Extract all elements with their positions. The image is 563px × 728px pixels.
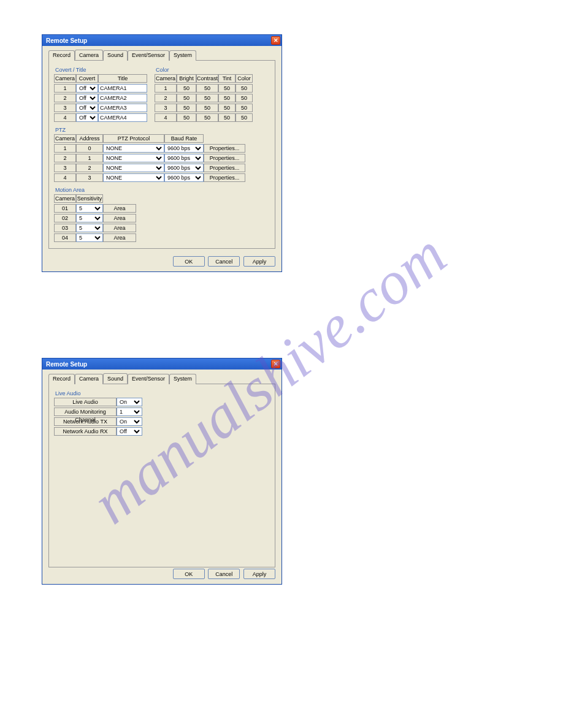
tab-record[interactable]: Record [48, 374, 75, 384]
readonly-cell: 3 [54, 104, 76, 112]
tab-sound[interactable]: Sound [103, 373, 128, 384]
select-input[interactable]: 5 [76, 233, 103, 242]
dialog-footer: OK Cancel Apply [42, 252, 282, 271]
readonly-cell: 1 [54, 144, 76, 153]
column-header: Camera [54, 74, 76, 83]
table-row: 10NONE9600 bpsProperties... [54, 144, 245, 153]
ptz-table: CameraAddressPTZ ProtocolBaud Rate10NONE… [54, 134, 245, 182]
readonly-cell: 04 [54, 233, 76, 242]
column-header: Camera [54, 134, 76, 143]
apply-button[interactable]: Apply [243, 256, 275, 267]
select-input[interactable]: 9600 bps [164, 173, 204, 182]
section-covert-title: Covert / Title [55, 67, 147, 73]
select-input[interactable]: NONE [103, 144, 164, 153]
readonly-cell: 2 [76, 164, 103, 172]
text-input[interactable] [98, 94, 147, 102]
table-row: 450505050 [155, 113, 253, 122]
readonly-cell: 50 [177, 104, 196, 112]
table-row: 035Area [54, 224, 136, 232]
readonly-cell: 02 [54, 214, 76, 222]
select-input[interactable]: Off [76, 84, 98, 93]
tab-panel-sound: Live Audio Live AudioOnAudio Monitoring … [48, 384, 275, 567]
readonly-cell: 50 [236, 94, 253, 102]
select-input[interactable]: Off [76, 104, 98, 112]
close-icon[interactable]: ✕ [271, 36, 280, 45]
motion-area-table: CameraSensitivity015Area025Area035Area04… [54, 194, 136, 242]
table-row: 150505050 [155, 84, 253, 93]
table-row: 21NONE9600 bpsProperties... [54, 154, 245, 162]
tab-system[interactable]: System [169, 374, 196, 384]
table-row: 045Area [54, 233, 136, 242]
column-header: Covert [76, 74, 98, 83]
table-row: Network Audio RXOff [54, 427, 142, 436]
color-table: CameraBrightContrastTintColor15050505025… [155, 74, 253, 122]
ok-button[interactable]: OK [173, 256, 205, 267]
readonly-cell: 50 [218, 104, 236, 112]
tab-camera[interactable]: Camera [75, 374, 103, 384]
readonly-cell: 3 [76, 173, 103, 182]
area-button[interactable]: Area [103, 233, 136, 242]
tab-camera[interactable]: Camera [75, 50, 103, 60]
readonly-cell: 2 [155, 94, 177, 102]
properties-button[interactable]: Properties... [204, 144, 245, 153]
readonly-cell: 3 [54, 164, 76, 172]
select-input[interactable]: 1 [117, 408, 142, 416]
tab-event-sensor[interactable]: Event/Sensor [128, 50, 169, 61]
select-input[interactable]: 9600 bps [164, 154, 204, 162]
titlebar[interactable]: Remote Setup ✕ [42, 358, 282, 370]
column-header: Camera [155, 74, 177, 83]
select-input[interactable]: Off [117, 427, 142, 436]
properties-button[interactable]: Properties... [204, 154, 245, 162]
table-row: 3Off [54, 104, 147, 112]
field-label: Live Audio [54, 398, 117, 406]
tab-record[interactable]: Record [48, 50, 75, 61]
select-input[interactable]: Off [76, 94, 98, 102]
cancel-button[interactable]: Cancel [208, 256, 240, 267]
readonly-cell: 4 [54, 113, 76, 122]
area-button[interactable]: Area [103, 204, 136, 213]
readonly-cell: 50 [196, 113, 218, 122]
covert-title-table: CameraCovertTitle1Off2Off3Off4Off [54, 74, 147, 122]
column-header: Tint [218, 74, 236, 83]
apply-button[interactable]: Apply [243, 569, 275, 579]
select-input[interactable]: On [117, 398, 142, 406]
dialog-title: Remote Setup [46, 361, 87, 368]
readonly-cell: 50 [236, 104, 253, 112]
select-input[interactable]: On [117, 417, 142, 426]
table-row: Audio Monitoring Channel1 [54, 408, 142, 416]
text-input[interactable] [98, 104, 147, 112]
select-input[interactable]: 5 [76, 214, 103, 222]
properties-button[interactable]: Properties... [204, 173, 245, 182]
text-input[interactable] [98, 84, 147, 93]
select-input[interactable]: 9600 bps [164, 164, 204, 172]
ok-button[interactable]: OK [173, 569, 205, 579]
text-input[interactable] [98, 113, 147, 122]
select-input[interactable]: 5 [76, 204, 103, 213]
column-header: Bright [177, 74, 196, 83]
column-header: PTZ Protocol [103, 134, 164, 143]
tab-system[interactable]: System [169, 50, 196, 61]
tab-sound[interactable]: Sound [103, 50, 128, 61]
area-button[interactable]: Area [103, 224, 136, 232]
area-button[interactable]: Area [103, 214, 136, 222]
cancel-button[interactable]: Cancel [208, 569, 240, 579]
select-input[interactable]: 9600 bps [164, 144, 204, 153]
section-color: Color [156, 67, 253, 73]
select-input[interactable]: Off [76, 113, 98, 122]
dialog-footer: OK Cancel Apply [42, 565, 282, 584]
select-input[interactable]: NONE [103, 164, 164, 172]
select-input[interactable]: 5 [76, 224, 103, 232]
table-row: 1Off [54, 84, 147, 93]
titlebar[interactable]: Remote Setup ✕ [42, 35, 282, 46]
readonly-cell: 1 [76, 154, 103, 162]
field-label: Network Audio RX [54, 427, 117, 436]
table-row: 43NONE9600 bpsProperties... [54, 173, 245, 182]
select-input[interactable]: NONE [103, 154, 164, 162]
readonly-cell: 1 [54, 84, 76, 93]
properties-button[interactable]: Properties... [204, 164, 245, 172]
tab-strip: RecordCameraSoundEvent/SensorSystem [48, 373, 275, 384]
remote-setup-dialog-sound: Remote Setup ✕ RecordCameraSoundEvent/Se… [42, 358, 282, 585]
select-input[interactable]: NONE [103, 173, 164, 182]
close-icon[interactable]: ✕ [271, 360, 280, 368]
tab-event-sensor[interactable]: Event/Sensor [128, 374, 169, 384]
